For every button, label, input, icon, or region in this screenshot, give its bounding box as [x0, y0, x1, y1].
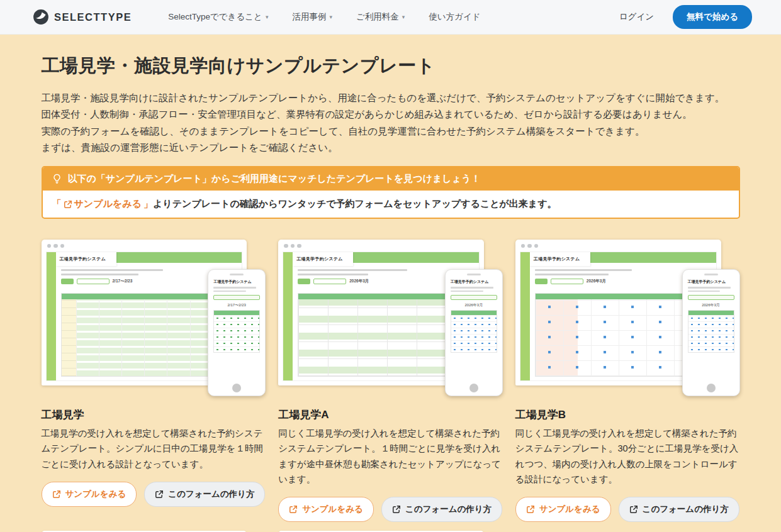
- template-thumbnail[interactable]: 工場見学予約システム 2026年3月: [515, 236, 740, 400]
- callout-rest-text: よりテンプレートの確認からワンタッチで予約フォームをセットアップすることが出来ま…: [153, 198, 557, 210]
- mockup-select: [313, 279, 346, 284]
- external-link-icon: [64, 200, 72, 209]
- external-link-icon: [629, 505, 638, 514]
- template-title: 工場見学B: [515, 407, 740, 422]
- window-dot: [60, 244, 65, 248]
- window-dot: [53, 244, 58, 248]
- mockup-title-chip: 工場見学予約システム: [56, 252, 116, 266]
- login-link[interactable]: ログイン: [619, 11, 654, 23]
- callout-heading-band: 以下の「サンプルテンプレート」からご利用用途にマッチしたテンプレートを見つけまし…: [43, 167, 739, 191]
- external-link-icon: [155, 490, 164, 499]
- placeholder-text-line: [451, 287, 493, 289]
- lightbulb-icon: [52, 174, 62, 184]
- brand-logo-icon: [33, 9, 49, 25]
- brand-name: SELECTTYPE: [54, 11, 132, 23]
- how-to-build-button[interactable]: このフォームの作り方: [381, 497, 502, 522]
- nav-item-guide[interactable]: 使い方ガイド: [429, 11, 480, 23]
- view-sample-button[interactable]: サンプルをみる: [42, 482, 137, 507]
- mockup-period-label: 2026年3月: [587, 279, 606, 284]
- mockup-select: [551, 279, 583, 284]
- intro-line: まずは、貴施設の運営形態に近いテンプレートをご確認ください。: [42, 140, 740, 156]
- nav-item-case-studies[interactable]: 活用事例 ▾: [292, 11, 332, 23]
- time-column: [62, 299, 77, 376]
- phone-mini-calendar: [213, 310, 260, 353]
- mockup-button: [61, 279, 74, 284]
- callout-box: 以下の「サンプルテンプレート」からご利用用途にマッチしたテンプレートを見つけまし…: [42, 166, 740, 219]
- callout-heading: 以下の「サンプルテンプレート」からご利用用途にマッチしたテンプレートを見つけまし…: [68, 173, 481, 185]
- nav-item-label: 活用事例: [292, 11, 326, 23]
- intro-text: 工場見学・施設見学向けに設計されたサンプルテンプレートから、用途に合ったものを選…: [42, 90, 740, 156]
- placeholder-text-line: [213, 291, 246, 292]
- template-actions: サンプルをみる このフォームの作り方: [515, 497, 740, 522]
- placeholder-text-line: [451, 291, 483, 292]
- phone-mockup-title: 工場見学予約システム: [451, 279, 497, 285]
- placeholder-text-line: [535, 274, 609, 275]
- view-sample-label: サンプルをみる: [539, 504, 600, 515]
- template-description: 同じく工場見学の受け入れを想定して構築された予約システムテンプレート。30分ごと…: [515, 426, 740, 486]
- template-title: 工場見学: [42, 407, 266, 422]
- phone-period-label: 2026年3月: [451, 302, 497, 308]
- template-description: 工場見学の受け入れを想定して構築された予約システムテンプレート。シンプルに日中の…: [42, 426, 266, 471]
- quote-open: 「: [52, 198, 62, 210]
- sample-link-label: サンプルをみる: [74, 198, 142, 210]
- mockup-button: [535, 279, 548, 284]
- window-dot: [291, 244, 295, 248]
- mockup-button: [298, 279, 310, 284]
- how-to-build-label: このフォームの作り方: [643, 504, 729, 515]
- template-actions: サンプルをみる このフォームの作り方: [42, 482, 266, 507]
- page-title: 工場見学・施設見学向けサンプルテンプレート: [42, 53, 740, 79]
- top-right-actions: ログイン 無料で始める: [619, 5, 752, 29]
- phone-mini-calendar: [451, 310, 497, 353]
- template-card-factory-tour: 工場見学予約システム 2/17〜2/23: [42, 236, 266, 521]
- view-sample-button[interactable]: サンプルをみる: [515, 497, 611, 522]
- phone-mockup: 工場見学予約システム 2026年3月: [445, 269, 503, 396]
- how-to-build-button[interactable]: このフォームの作り方: [144, 482, 265, 507]
- placeholder-text-line: [688, 291, 721, 292]
- decorative-green-rail: [47, 252, 56, 380]
- phone-calendar-grid: [214, 315, 259, 353]
- external-link-icon: [392, 505, 401, 514]
- placeholder-text-line: [61, 269, 163, 271]
- sample-link-reference: 「 サンプルをみる 」: [52, 198, 153, 210]
- page-content: 工場見学・施設見学向けサンプルテンプレート 工場見学・施設見学向けに設計されたサ…: [42, 35, 740, 532]
- nav-item-label: ご利用料金: [356, 11, 399, 23]
- template-thumbnail[interactable]: 工場見学予約システム 2026年3月: [278, 236, 503, 400]
- signup-button[interactable]: 無料で始める: [673, 5, 752, 29]
- view-sample-label: サンプルをみる: [302, 504, 363, 515]
- mockup-select: [77, 279, 110, 284]
- mockup-select: [213, 295, 260, 300]
- nav-item-features[interactable]: SelectTypeでできること ▾: [168, 11, 268, 23]
- brand-logo[interactable]: SELECTTYPE: [33, 9, 132, 25]
- mockup-title: 工場見学予約システム: [296, 256, 343, 262]
- nav-item-label: 使い方ガイド: [429, 11, 480, 23]
- phone-mockup: 工場見学予約システム 2026年3月: [682, 269, 740, 396]
- phone-mini-calendar: [688, 310, 734, 353]
- nav-item-pricing[interactable]: ご利用料金 ▾: [356, 11, 405, 23]
- top-navigation-bar: SELECTTYPE SelectTypeでできること ▾ 活用事例 ▾ ご利用…: [0, 0, 781, 35]
- intro-line: 団体受付・人数制御・承認フロー・安全管理項目など、業界特有の設定があらかじめ組み…: [42, 106, 740, 123]
- browser-titlebar: [42, 240, 247, 252]
- how-to-build-button[interactable]: このフォームの作り方: [619, 497, 739, 522]
- decorative-green-rail: [520, 252, 530, 380]
- phone-mockup: 工場見学予約システム 2/17〜2/23: [208, 269, 266, 396]
- template-thumbnail[interactable]: 工場見学予約システム 2/17〜2/23: [42, 236, 266, 400]
- mockup-period-label: 2/17〜2/23: [113, 279, 133, 284]
- external-link-icon: [289, 505, 298, 514]
- phone-calendar-header: [688, 311, 734, 315]
- main-nav: SelectTypeでできること ▾ 活用事例 ▾ ご利用料金 ▾ 使い方ガイド: [168, 11, 480, 23]
- how-to-build-label: このフォームの作り方: [168, 489, 254, 500]
- mockup-period-label: 2026年3月: [349, 279, 369, 284]
- template-actions: サンプルをみる このフォームの作り方: [278, 497, 503, 522]
- mockup-title: 工場見学予約システム: [60, 256, 106, 262]
- decorative-green-rail: [283, 252, 293, 380]
- quote-close: 」: [143, 198, 153, 210]
- template-description: 同じく工場見学の受け入れを想定して構築された予約システムテンプレート。１時間ごと…: [278, 426, 503, 486]
- view-sample-label: サンプルをみる: [65, 489, 126, 500]
- day-column: [77, 299, 99, 376]
- callout-body: 「 サンプルをみる 」 よりテンプレートの確認からワンタッチで予約フォームをセッ…: [43, 191, 739, 218]
- day-column: [122, 299, 145, 376]
- window-dot: [527, 244, 532, 248]
- phone-calendar-grid: [688, 315, 734, 353]
- view-sample-button[interactable]: サンプルをみる: [278, 497, 374, 522]
- placeholder-text-line: [535, 269, 632, 271]
